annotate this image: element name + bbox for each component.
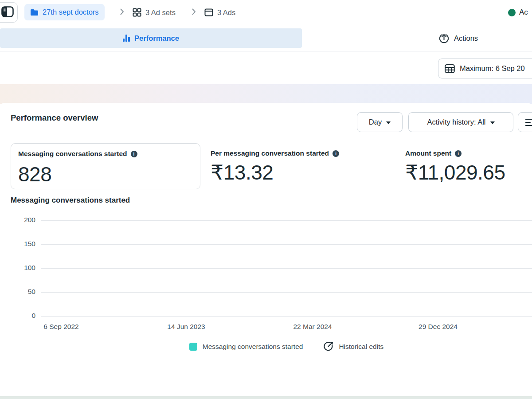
actions-button[interactable]: Actions [439,28,478,48]
lines-gear-icon [525,117,532,127]
gridline [41,292,532,293]
metric-per-conversation: Per messaging conversation started i ₹13… [211,149,339,184]
y-axis-tick: 200 [6,216,35,224]
breadcrumb-ads[interactable]: 3 Ads [204,0,235,25]
y-axis-tick: 0 [6,312,35,320]
gridline [41,268,532,269]
legend-conversations-label: Messaging conversations started [203,343,303,351]
chevron-right-icon [192,8,196,17]
chart-legend: Messaging conversations started Historic… [41,341,532,352]
x-axis-tick: 29 Dec 2024 [419,323,458,331]
bottom-strip [0,396,532,399]
tab-bar: Performance Actions [0,25,532,51]
activity-history-dropdown[interactable]: Activity history: All [408,112,513,132]
legend-item-historical-edits[interactable]: Historical edits [323,341,383,352]
metric-3-label: Amount spent [405,149,451,157]
x-axis-tick: 22 Mar 2024 [293,323,332,331]
chart-title: Messaging conversations started [11,196,130,205]
breadcrumb-ads-label: 3 Ads [217,8,235,17]
actions-label: Actions [454,34,478,43]
metric-3-value: ₹11,029.65 [405,160,505,184]
tab-performance-label: Performance [134,34,179,43]
delivery-status-label: Ac [519,8,528,17]
breakdown-dropdown-label: Day [369,118,382,126]
legend-historical-edits-label: Historical edits [339,343,383,351]
caret-down-icon [490,121,495,124]
breadcrumb-campaign[interactable]: 27th sept doctors [24,4,105,20]
y-axis-tick: 50 [6,288,35,296]
bar-chart-icon [123,35,130,42]
breadcrumb-campaign-label: 27th sept doctors [43,8,99,16]
metric-amount-spent: Amount spent i ₹11,029.65 [405,149,505,184]
tab-performance[interactable]: Performance [0,28,302,48]
legend-item-conversations[interactable]: Messaging conversations started [189,343,303,351]
date-range-button[interactable]: Maximum: 6 Sep 20 [438,59,532,78]
gridline [41,220,532,221]
sidebar-toggle-button[interactable] [0,2,18,23]
y-axis-tick: 150 [6,240,35,248]
gridline [41,316,532,317]
info-icon[interactable]: i [455,150,462,157]
arrow-up-circle-icon [439,33,449,43]
performance-overview-card: Performance overview Day Activity histor… [0,103,532,396]
delivery-status: Ac [508,0,528,25]
activity-history-label: Activity history: All [427,118,485,126]
header-gradient-band [0,84,532,104]
page-title: Performance overview [11,113,98,123]
breadcrumb-adsets[interactable]: 3 Ad sets [133,0,176,25]
left-panel-icon [1,6,14,19]
metric-2-value: ₹13.32 [211,160,339,184]
calendar-grid-icon [445,64,455,73]
metric-1-label: Messaging conversations started [18,150,127,158]
info-icon[interactable]: i [332,150,339,157]
adsets-grid-icon [133,8,141,17]
info-icon[interactable]: i [131,151,137,157]
active-status-dot-icon [508,9,516,16]
date-range-label: Maximum: 6 Sep 20 [460,64,525,73]
breadcrumb-adsets-label: 3 Ad sets [145,8,176,17]
breakdown-dropdown[interactable]: Day [357,112,403,132]
metric-2-label: Per messaging conversation started [211,149,329,157]
teal-series-swatch-icon [189,343,197,351]
gridline [41,244,532,245]
chart-settings-button[interactable] [518,112,532,132]
top-bar: 27th sept doctors 3 Ad sets 3 Ads Ac [0,0,532,25]
chevron-right-icon [120,8,124,17]
y-axis-tick: 100 [6,264,35,272]
historical-edits-icon [323,341,333,352]
metric-card-messaging-conversations[interactable]: Messaging conversations started i 828 [11,143,200,189]
x-axis-tick: 14 Jun 2023 [167,323,205,331]
caret-down-icon [386,121,391,124]
x-axis-tick: 6 Sep 2022 [43,323,78,331]
folder-icon [30,9,39,16]
filter-row: Maximum: 6 Sep 20 [0,52,532,84]
ad-frame-icon [204,8,213,16]
metric-1-value: 828 [18,162,193,186]
